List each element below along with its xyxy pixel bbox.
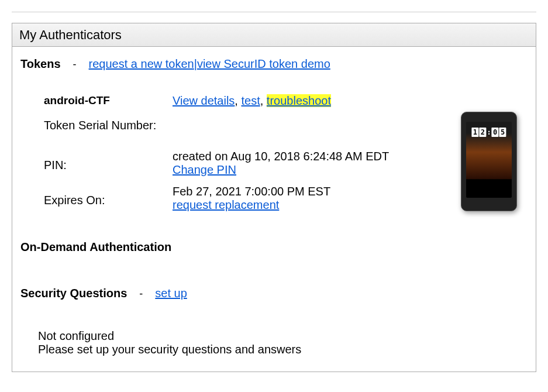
sq-prompt: Please set up your security questions an… bbox=[38, 343, 528, 356]
view-details-link[interactable]: View details bbox=[173, 94, 235, 107]
request-replacement-link[interactable]: request replacement bbox=[173, 198, 279, 211]
tokens-heading: Tokens bbox=[20, 57, 61, 70]
sq-not-configured: Not configured bbox=[38, 329, 528, 343]
panel-title: My Authenticators bbox=[12, 23, 536, 47]
divider bbox=[12, 12, 536, 12]
my-authenticators-panel: My Authenticators Tokens - request a new… bbox=[12, 23, 536, 372]
expires-value: Feb 27, 2021 7:00:00 PM EST bbox=[173, 185, 411, 198]
oda-heading: On-Demand Authentication bbox=[20, 240, 171, 253]
clock-min-2: 5 bbox=[499, 128, 506, 137]
clock-hour-2: 2 bbox=[479, 128, 486, 137]
comma: , bbox=[235, 94, 241, 107]
token-name-row: android-CTF View details, test, troubles… bbox=[20, 94, 411, 108]
troubleshoot-link[interactable]: troubleshoot bbox=[267, 94, 331, 107]
serial-label: Token Serial Number: bbox=[20, 111, 173, 139]
test-link[interactable]: test bbox=[241, 94, 260, 107]
expires-row: Expires On: Feb 27, 2021 7:00:00 PM EST … bbox=[20, 185, 411, 215]
pin-created: created on Aug 10, 2018 6:24:48 AM EDT bbox=[173, 150, 411, 163]
pin-label: PIN: bbox=[20, 150, 173, 180]
clock-colon: : bbox=[487, 128, 491, 137]
token-details-area: 1 2 : 0 5 android-CTF View details, test… bbox=[20, 94, 528, 223]
sq-subtext: Not configured Please set up your securi… bbox=[38, 329, 528, 356]
oda-section: On-Demand Authentication bbox=[20, 240, 528, 254]
tokens-section-header: Tokens - request a new token|view SecurI… bbox=[20, 57, 528, 71]
phone-image: 1 2 : 0 5 bbox=[461, 112, 517, 211]
panel-body: Tokens - request a new token|view SecurI… bbox=[12, 47, 536, 372]
clock-min-1: 0 bbox=[492, 128, 499, 137]
pin-row: PIN: created on Aug 10, 2018 6:24:48 AM … bbox=[20, 150, 411, 180]
token-actions: View details, test, troubleshoot bbox=[173, 94, 411, 108]
security-questions-section: Security Questions - set up bbox=[20, 287, 528, 300]
token-name: android-CTF bbox=[44, 94, 173, 107]
request-new-token-link[interactable]: request a new token bbox=[89, 57, 194, 70]
expires-value-cell: Feb 27, 2021 7:00:00 PM EST request repl… bbox=[173, 185, 411, 212]
dash: - bbox=[133, 288, 149, 300]
sq-heading: Security Questions bbox=[20, 287, 127, 300]
pin-value-cell: created on Aug 10, 2018 6:24:48 AM EDT C… bbox=[173, 150, 411, 177]
setup-sq-link[interactable]: set up bbox=[155, 287, 187, 300]
comma: , bbox=[260, 94, 267, 107]
dash: - bbox=[67, 59, 82, 70]
expires-label: Expires On: bbox=[20, 185, 173, 215]
change-pin-link[interactable]: Change PIN bbox=[173, 163, 236, 176]
serial-row: Token Serial Number: bbox=[20, 111, 411, 139]
clock-hour-1: 1 bbox=[471, 128, 478, 137]
view-demo-link[interactable]: view SecurID token demo bbox=[197, 57, 330, 70]
phone-screen: 1 2 : 0 5 bbox=[466, 122, 512, 198]
phone-clock: 1 2 : 0 5 bbox=[471, 128, 506, 137]
